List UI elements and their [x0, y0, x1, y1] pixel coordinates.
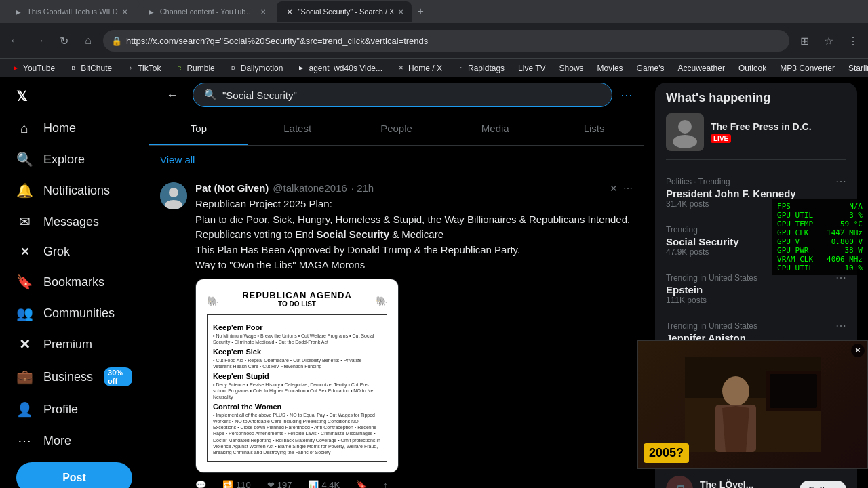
bookmark-youtube[interactable]: ▶ YouTube	[5, 62, 60, 75]
home-button[interactable]: ⌂	[79, 31, 98, 50]
nav-business[interactable]: 💼 Business 30% off	[8, 361, 140, 393]
ra-item-1: Keep'em Poor	[213, 323, 381, 331]
bookmark-shows[interactable]: Shows	[554, 62, 589, 75]
search-options-button[interactable]: ⋯	[620, 87, 633, 102]
nav-more-label: More	[43, 434, 71, 448]
nav-profile[interactable]: 👤 Profile	[8, 394, 140, 424]
gpu-row-7: CPU UTIL 10 %	[777, 264, 863, 272]
tab-2[interactable]: ▶ Channel content - YouTube Stu... ✕	[138, 1, 274, 22]
bookmark-starlink[interactable]: Starlink Coverage Tr...	[843, 62, 868, 75]
bookmark-livetv[interactable]: Live TV	[513, 62, 551, 75]
tab-3-favicon: ✕	[285, 7, 294, 16]
nav-profile-label: Profile	[43, 403, 78, 417]
save-icon: 🔖	[356, 480, 367, 488]
ra-sub-2: • Cut Food Aid • Repeal Obamacare • Cut …	[213, 357, 381, 369]
save-button[interactable]: 🔖	[356, 480, 367, 488]
views-button[interactable]: 📊 4.4K	[308, 480, 340, 488]
video-close-button[interactable]: ✕	[851, 344, 865, 357]
extensions-button[interactable]: ⊞	[795, 31, 814, 50]
tab-latest[interactable]: Latest	[248, 113, 347, 145]
bookmark-button[interactable]: ☆	[819, 31, 838, 50]
gpu-row-4: GPU V 0.800 V	[777, 237, 863, 246]
gpu-row-2: GPU TEMP 59 °C	[777, 220, 863, 228]
trend-dots-0[interactable]: ⋯	[835, 175, 846, 188]
tweet-image[interactable]: 🐘 REPUBLICAN AGENDA TO DO LIST 🐘 Keep'em…	[195, 279, 399, 473]
tab-1-close[interactable]: ✕	[122, 8, 127, 16]
reply-button[interactable]: 💬	[195, 480, 206, 488]
video-overlay[interactable]: ✕ 2005?	[637, 340, 868, 469]
search-box[interactable]: 🔍 "Social Security"	[193, 83, 612, 107]
back-search-button[interactable]: ←	[160, 83, 184, 107]
svg-point-1	[169, 188, 178, 197]
tab-3-close[interactable]: ✕	[398, 8, 403, 16]
communities-icon: 👥	[16, 305, 33, 321]
tweet-menu-icon[interactable]: ⋯	[623, 183, 633, 194]
bookmark-movies[interactable]: Movies	[592, 62, 629, 75]
nav-explore[interactable]: 🔍 Explore	[8, 144, 140, 174]
nav-more[interactable]: ⋯ More	[8, 426, 140, 455]
bookmark-tiktok-label: TikTok	[138, 64, 161, 73]
tab-people[interactable]: People	[347, 113, 446, 145]
nav-home[interactable]: ⌂ Home	[8, 114, 140, 143]
follow-button-1[interactable]: Follow	[800, 481, 846, 489]
live-card[interactable]: The Free Press in D.C. LIVE	[666, 113, 846, 160]
bookmark-outlook[interactable]: Outlook	[733, 62, 772, 75]
ra-sub-1: • No Minimum Wage • Break the Unions • C…	[213, 333, 381, 345]
back-button[interactable]: ←	[5, 31, 24, 50]
bookmark-agent-video[interactable]: ▶ agent_wd40s Vide...	[291, 62, 388, 75]
nav-notifications[interactable]: 🔔 Notifications	[8, 176, 140, 205]
retweet-button[interactable]: 🔁 110	[222, 480, 251, 488]
gpu-label-0: FPS	[777, 202, 791, 211]
bookmark-rapidtags[interactable]: r Rapidtags	[450, 62, 510, 75]
new-tab-button[interactable]: +	[414, 5, 426, 18]
nav-business-label: Business	[43, 370, 93, 384]
forward-button[interactable]: →	[30, 31, 49, 50]
gpu-value-2: 59 °C	[840, 220, 863, 228]
nav-bookmarks[interactable]: 🔖 Bookmarks	[8, 267, 140, 297]
tab-1[interactable]: ▶ This Goodwill Tech is WILD ✕	[5, 1, 136, 22]
nav-grok[interactable]: ✕ Grok	[8, 238, 140, 266]
tab-top[interactable]: Top	[149, 113, 248, 145]
trend-dots-3[interactable]: ⋯	[835, 319, 846, 332]
like-button[interactable]: ❤ 197	[267, 480, 292, 488]
bookmarks-bar: ▶ YouTube B BitChute ♪ TikTok R Rumble D…	[0, 58, 868, 77]
messages-icon: ✉	[16, 214, 33, 230]
view-all-button[interactable]: View all	[149, 146, 644, 174]
bookmark-mp3[interactable]: MP3 Converter	[774, 62, 840, 75]
bookmark-games[interactable]: Game's	[631, 62, 670, 75]
follow-name-1: The LÖvel...	[700, 479, 793, 488]
business-badge: 30% off	[104, 367, 132, 386]
gpu-row-3: GPU CLK 1442 MHz	[777, 228, 863, 237]
tweet-time: · 21h	[351, 182, 374, 194]
share-button[interactable]: ↑	[383, 480, 388, 488]
bookmark-home-x[interactable]: ✕ Home / X	[391, 62, 448, 75]
gpu-row-6: VRAM CLK 4006 MHz	[777, 255, 863, 264]
tab-2-label: Channel content - YouTube Stu...	[160, 7, 256, 16]
views-icon: 📊	[308, 480, 319, 488]
refresh-button[interactable]: ↻	[54, 31, 73, 50]
nav-premium[interactable]: ✕ Premium	[8, 329, 140, 359]
post-button[interactable]: Post	[16, 462, 132, 488]
tab-2-close[interactable]: ✕	[260, 8, 266, 16]
like-icon: ❤	[267, 480, 275, 488]
tweet-body: Pat (Not Given) @talkatone2016 · 21h ✕ ⋯…	[195, 182, 633, 488]
live-title: The Free Press in D.C.	[711, 121, 812, 132]
address-bar[interactable]: 🔒 https://x.com/search?q="Social%20Secur…	[103, 30, 789, 52]
bookmark-bitchute[interactable]: B BitChute	[63, 62, 117, 75]
tab-media[interactable]: Media	[446, 113, 545, 145]
settings-button[interactable]: ⋮	[844, 31, 863, 50]
tweet-bookmark-x-icon[interactable]: ✕	[610, 183, 618, 194]
bookmark-rumble[interactable]: R Rumble	[169, 62, 220, 75]
bookmark-accuweather[interactable]: Accuweather	[673, 62, 730, 75]
nav-messages[interactable]: ✉ Messages	[8, 207, 140, 237]
tweet-avatar	[160, 182, 187, 209]
tab-3[interactable]: ✕ "Social Security" - Search / X ✕	[277, 1, 412, 22]
bookmark-movies-label: Movies	[597, 64, 623, 73]
profile-icon: 👤	[16, 401, 33, 418]
tab-lists[interactable]: Lists	[545, 113, 644, 145]
nav-communities[interactable]: 👥 Communities	[8, 298, 140, 328]
ra-item-4: Control the Women	[213, 403, 381, 411]
bookmark-tiktok[interactable]: ♪ TikTok	[120, 62, 166, 75]
bookmark-dailymotion[interactable]: D Dailymotion	[223, 62, 289, 75]
x-logo[interactable]: 𝕏	[8, 83, 140, 110]
